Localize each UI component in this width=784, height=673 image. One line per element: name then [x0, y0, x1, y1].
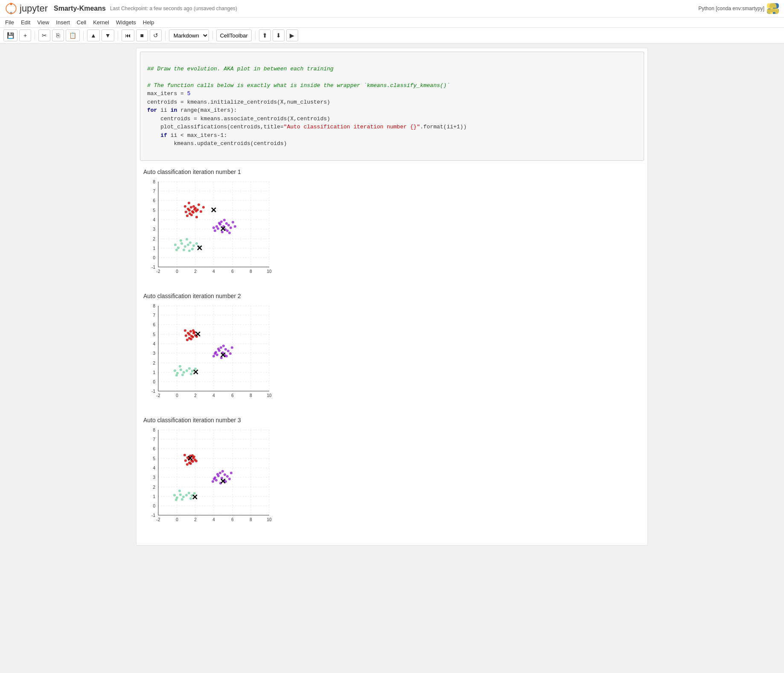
svg-point-136 — [192, 336, 194, 338]
svg-point-141 — [190, 338, 192, 340]
move-up-button[interactable]: ▲ — [87, 29, 100, 41]
svg-point-51 — [197, 203, 200, 206]
svg-point-79 — [187, 244, 189, 246]
svg-text:0: 0 — [176, 269, 178, 274]
plot-container-2: Auto classification iteration number 2 — [143, 293, 641, 404]
plot-container-1: Auto classification iteration number 1 — [143, 168, 641, 280]
plot-3: 8 7 6 5 4 3 2 1 0 -1 -2 0 2 4 6 8 10 — [143, 426, 276, 528]
svg-point-169 — [181, 374, 184, 376]
svg-point-84 — [183, 249, 185, 251]
svg-text:✕: ✕ — [220, 477, 226, 486]
svg-point-88 — [186, 238, 188, 241]
plot-title-1: Auto classification iteration number 1 — [143, 168, 641, 175]
svg-point-70 — [232, 221, 234, 223]
svg-text:2: 2 — [153, 485, 155, 490]
svg-point-65 — [227, 224, 230, 226]
svg-text:8: 8 — [153, 180, 155, 184]
svg-point-243 — [221, 470, 224, 473]
svg-point-144 — [184, 329, 186, 332]
svg-point-244 — [179, 493, 182, 496]
svg-text:1: 1 — [153, 370, 155, 375]
toolbar-separator-5 — [212, 31, 213, 40]
svg-text:✕: ✕ — [195, 330, 201, 339]
svg-text:6: 6 — [153, 447, 155, 451]
menu-view[interactable]: View — [37, 19, 49, 26]
svg-point-157 — [231, 346, 233, 349]
svg-text:4: 4 — [153, 218, 155, 222]
svg-point-68 — [218, 222, 221, 224]
toolbar-separator-3 — [118, 31, 118, 40]
svg-text:6: 6 — [231, 517, 234, 522]
svg-text:0: 0 — [176, 393, 178, 398]
svg-point-161 — [222, 345, 225, 347]
svg-text:✕: ✕ — [192, 493, 198, 502]
stop-button[interactable]: ■ — [136, 29, 148, 41]
svg-text:-1: -1 — [151, 513, 155, 518]
svg-point-246 — [185, 494, 188, 496]
jupyter-text: jupyter — [20, 3, 48, 14]
save-button[interactable]: 💾 — [3, 29, 17, 41]
svg-point-245 — [182, 496, 185, 498]
svg-point-76 — [228, 232, 231, 234]
svg-point-149 — [216, 354, 218, 356]
copy-button[interactable]: ⎘ — [52, 29, 64, 41]
svg-point-251 — [181, 498, 183, 501]
menu-cell[interactable]: Cell — [77, 19, 86, 26]
add-cell-button[interactable]: + — [19, 29, 31, 41]
svg-point-81 — [189, 241, 192, 244]
svg-text:0: 0 — [176, 517, 178, 522]
svg-text:4: 4 — [153, 466, 155, 470]
cell-type-dropdown[interactable]: Markdown Code Raw — [169, 29, 209, 41]
upload-button[interactable]: ⬆ — [259, 29, 271, 41]
svg-point-67 — [229, 226, 232, 229]
menu-edit[interactable]: Edit — [21, 19, 30, 26]
svg-point-87 — [191, 248, 194, 250]
svg-text:8: 8 — [250, 517, 252, 522]
svg-point-238 — [212, 480, 214, 483]
svg-point-173 — [175, 374, 178, 377]
svg-text:-2: -2 — [157, 517, 160, 522]
svg-point-225 — [186, 463, 189, 466]
download-button[interactable]: ⬇ — [273, 29, 285, 41]
menu-insert[interactable]: Insert — [56, 19, 70, 26]
menu-file[interactable]: File — [5, 19, 14, 26]
svg-text:0: 0 — [153, 504, 155, 508]
svg-text:8: 8 — [250, 393, 252, 398]
notebook-title[interactable]: Smarty-Kmeans — [54, 5, 106, 12]
restart-button[interactable]: ↺ — [150, 29, 162, 41]
paste-button[interactable]: 📋 — [66, 29, 80, 41]
svg-text:✕: ✕ — [187, 454, 193, 463]
svg-point-75 — [223, 219, 226, 221]
celltoolbar-button[interactable]: CellToolbar — [216, 29, 252, 41]
menu-kernel[interactable]: Kernel — [93, 19, 109, 26]
svg-point-63 — [220, 220, 223, 223]
svg-point-73 — [234, 225, 236, 228]
menu-help[interactable]: Help — [143, 19, 154, 26]
plot-title-3: Auto classification iteration number 3 — [143, 417, 641, 424]
svg-text:✕: ✕ — [220, 351, 226, 360]
output-area: Auto classification iteration number 1 — [136, 164, 648, 545]
code-content: ## Draw the evolution. AKA plot in betwe… — [147, 56, 637, 156]
svg-text:10: 10 — [267, 393, 272, 398]
cut-button[interactable]: ✂ — [38, 29, 50, 41]
svg-text:1: 1 — [153, 494, 155, 499]
skip-start-button[interactable]: ⏮ — [122, 29, 134, 41]
svg-point-160 — [214, 352, 216, 355]
svg-text:0: 0 — [153, 380, 155, 384]
svg-point-236 — [228, 478, 231, 480]
plot-1: 8 7 6 5 4 3 2 1 0 -1 -2 0 2 4 6 8 10 — [143, 177, 276, 280]
svg-text:4: 4 — [212, 393, 215, 398]
code-cell[interactable]: ## Draw the evolution. AKA plot in betwe… — [140, 52, 644, 161]
svg-text:6: 6 — [231, 269, 234, 274]
jupyter-logo[interactable]: jupyter — [5, 3, 48, 15]
move-down-button[interactable]: ▼ — [102, 29, 114, 41]
svg-text:4: 4 — [212, 517, 215, 522]
menu-widgets[interactable]: Widgets — [116, 19, 136, 26]
svg-point-248 — [188, 492, 190, 494]
run-button[interactable]: ▶ — [286, 29, 298, 41]
svg-point-150 — [220, 346, 222, 349]
svg-point-82 — [192, 244, 195, 247]
svg-point-237 — [216, 473, 219, 476]
svg-point-143 — [186, 339, 189, 341]
svg-text:6: 6 — [153, 198, 155, 203]
